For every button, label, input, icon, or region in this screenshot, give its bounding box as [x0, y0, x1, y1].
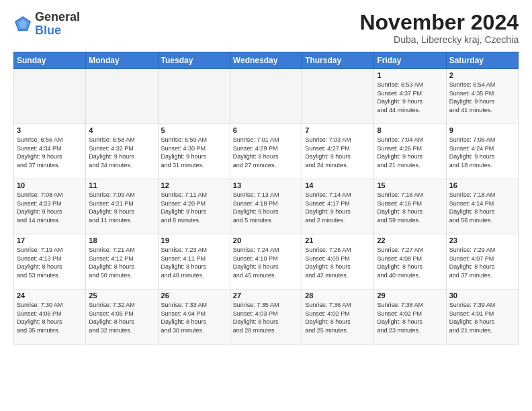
logo-blue-text: Blue: [35, 24, 61, 37]
calendar-header-sunday: Sunday: [14, 52, 86, 69]
day-info: Sunrise: 7:16 AM Sunset: 4:16 PM Dayligh…: [377, 191, 443, 224]
day-info: Sunrise: 7:32 AM Sunset: 4:05 PM Dayligh…: [89, 301, 154, 334]
calendar-cell: 10Sunrise: 7:08 AM Sunset: 4:23 PM Dayli…: [14, 179, 86, 234]
day-number: 15: [377, 181, 443, 189]
calendar-cell: 4Sunrise: 6:58 AM Sunset: 4:32 PM Daylig…: [86, 124, 158, 179]
day-info: Sunrise: 7:14 AM Sunset: 4:17 PM Dayligh…: [305, 191, 371, 224]
calendar-cell: 3Sunrise: 6:56 AM Sunset: 4:34 PM Daylig…: [14, 124, 86, 179]
calendar-header-saturday: Saturday: [446, 52, 518, 69]
day-info: Sunrise: 7:09 AM Sunset: 4:21 PM Dayligh…: [89, 191, 154, 224]
day-number: 22: [377, 236, 443, 244]
day-number: 27: [233, 291, 299, 300]
calendar-cell: 26Sunrise: 7:33 AM Sunset: 4:04 PM Dayli…: [158, 289, 230, 345]
logo-icon: [13, 15, 32, 34]
day-info: Sunrise: 6:58 AM Sunset: 4:32 PM Dayligh…: [89, 136, 154, 169]
day-info: Sunrise: 7:11 AM Sunset: 4:20 PM Dayligh…: [161, 191, 227, 224]
calendar-cell: 1Sunrise: 6:53 AM Sunset: 4:37 PM Daylig…: [374, 69, 446, 124]
day-number: 10: [17, 181, 83, 189]
calendar-header-friday: Friday: [374, 52, 446, 69]
calendar-cell: 22Sunrise: 7:27 AM Sunset: 4:08 PM Dayli…: [374, 234, 446, 289]
day-number: 30: [449, 291, 515, 300]
calendar-header-tuesday: Tuesday: [158, 52, 230, 69]
day-info: Sunrise: 7:18 AM Sunset: 4:14 PM Dayligh…: [449, 191, 515, 224]
day-number: 17: [17, 236, 83, 244]
calendar-cell: 15Sunrise: 7:16 AM Sunset: 4:16 PM Dayli…: [374, 179, 446, 234]
header: General Blue November 2024 Duba, Liberec…: [13, 11, 519, 45]
calendar-week-2: 3Sunrise: 6:56 AM Sunset: 4:34 PM Daylig…: [14, 124, 519, 179]
day-info: Sunrise: 7:08 AM Sunset: 4:23 PM Dayligh…: [17, 191, 83, 224]
day-number: 19: [161, 236, 227, 244]
logo-general-text: General: [35, 10, 80, 24]
day-number: 11: [89, 181, 154, 189]
calendar-cell: 12Sunrise: 7:11 AM Sunset: 4:20 PM Dayli…: [158, 179, 230, 234]
day-info: Sunrise: 7:35 AM Sunset: 4:03 PM Dayligh…: [233, 301, 299, 334]
day-number: 9: [449, 126, 515, 134]
calendar-cell: [158, 69, 230, 124]
calendar-cell: 24Sunrise: 7:30 AM Sunset: 4:06 PM Dayli…: [14, 289, 86, 345]
day-info: Sunrise: 7:03 AM Sunset: 4:27 PM Dayligh…: [305, 136, 371, 169]
day-info: Sunrise: 7:38 AM Sunset: 4:02 PM Dayligh…: [377, 301, 443, 334]
day-number: 4: [89, 126, 154, 134]
calendar-week-4: 17Sunrise: 7:19 AM Sunset: 4:13 PM Dayli…: [14, 234, 519, 289]
day-info: Sunrise: 7:04 AM Sunset: 4:26 PM Dayligh…: [377, 136, 443, 169]
day-number: 25: [89, 291, 154, 300]
calendar-cell: 14Sunrise: 7:14 AM Sunset: 4:17 PM Dayli…: [302, 179, 374, 234]
calendar-cell: 9Sunrise: 7:06 AM Sunset: 4:24 PM Daylig…: [446, 124, 518, 179]
day-info: Sunrise: 7:24 AM Sunset: 4:10 PM Dayligh…: [233, 246, 299, 279]
calendar-cell: 16Sunrise: 7:18 AM Sunset: 4:14 PM Dayli…: [446, 179, 518, 234]
location: Duba, Liberecky kraj, Czechia: [359, 34, 519, 45]
day-number: 2: [449, 71, 515, 79]
calendar-cell: 25Sunrise: 7:32 AM Sunset: 4:05 PM Dayli…: [86, 289, 158, 345]
calendar-cell: 7Sunrise: 7:03 AM Sunset: 4:27 PM Daylig…: [302, 124, 374, 179]
calendar-cell: 27Sunrise: 7:35 AM Sunset: 4:03 PM Dayli…: [230, 289, 302, 345]
calendar-cell: [86, 69, 158, 124]
day-number: 3: [17, 126, 83, 134]
calendar-cell: [230, 69, 302, 124]
day-number: 28: [305, 291, 371, 300]
calendar-cell: 6Sunrise: 7:01 AM Sunset: 4:29 PM Daylig…: [230, 124, 302, 179]
day-info: Sunrise: 7:06 AM Sunset: 4:24 PM Dayligh…: [449, 136, 515, 169]
day-number: 7: [305, 126, 371, 134]
day-info: Sunrise: 7:26 AM Sunset: 4:09 PM Dayligh…: [305, 246, 371, 279]
day-number: 13: [233, 181, 299, 189]
calendar-cell: 20Sunrise: 7:24 AM Sunset: 4:10 PM Dayli…: [230, 234, 302, 289]
day-info: Sunrise: 6:56 AM Sunset: 4:34 PM Dayligh…: [17, 136, 83, 169]
day-info: Sunrise: 7:30 AM Sunset: 4:06 PM Dayligh…: [17, 301, 83, 334]
day-number: 23: [449, 236, 515, 244]
calendar-cell: 29Sunrise: 7:38 AM Sunset: 4:02 PM Dayli…: [374, 289, 446, 345]
day-number: 21: [305, 236, 371, 244]
day-info: Sunrise: 6:59 AM Sunset: 4:30 PM Dayligh…: [161, 136, 227, 169]
day-info: Sunrise: 7:33 AM Sunset: 4:04 PM Dayligh…: [161, 301, 227, 334]
day-info: Sunrise: 7:13 AM Sunset: 4:18 PM Dayligh…: [233, 191, 299, 224]
calendar-cell: 28Sunrise: 7:36 AM Sunset: 4:02 PM Dayli…: [302, 289, 374, 345]
day-number: 24: [17, 291, 83, 300]
day-number: 26: [161, 291, 227, 300]
page: General Blue November 2024 Duba, Liberec…: [0, 0, 532, 411]
calendar-header-monday: Monday: [86, 52, 158, 69]
calendar-cell: 18Sunrise: 7:21 AM Sunset: 4:12 PM Dayli…: [86, 234, 158, 289]
day-info: Sunrise: 7:29 AM Sunset: 4:07 PM Dayligh…: [449, 246, 515, 279]
calendar-cell: 2Sunrise: 6:54 AM Sunset: 4:35 PM Daylig…: [446, 69, 518, 124]
day-info: Sunrise: 7:23 AM Sunset: 4:11 PM Dayligh…: [161, 246, 227, 279]
day-info: Sunrise: 6:53 AM Sunset: 4:37 PM Dayligh…: [377, 81, 443, 114]
day-info: Sunrise: 7:01 AM Sunset: 4:29 PM Dayligh…: [233, 136, 299, 169]
day-number: 6: [233, 126, 299, 134]
calendar-cell: [14, 69, 86, 124]
calendar-cell: 11Sunrise: 7:09 AM Sunset: 4:21 PM Dayli…: [86, 179, 158, 234]
day-info: Sunrise: 7:27 AM Sunset: 4:08 PM Dayligh…: [377, 246, 443, 279]
day-number: 1: [377, 71, 443, 79]
title-area: November 2024 Duba, Liberecky kraj, Czec…: [359, 11, 519, 45]
calendar-cell: 21Sunrise: 7:26 AM Sunset: 4:09 PM Dayli…: [302, 234, 374, 289]
day-info: Sunrise: 7:19 AM Sunset: 4:13 PM Dayligh…: [17, 246, 83, 279]
day-info: Sunrise: 7:36 AM Sunset: 4:02 PM Dayligh…: [305, 301, 371, 334]
day-info: Sunrise: 7:39 AM Sunset: 4:01 PM Dayligh…: [449, 301, 515, 334]
calendar-header-row: SundayMondayTuesdayWednesdayThursdayFrid…: [14, 52, 519, 69]
day-number: 8: [377, 126, 443, 134]
logo-text: General Blue: [35, 11, 80, 38]
day-number: 18: [89, 236, 154, 244]
calendar-week-5: 24Sunrise: 7:30 AM Sunset: 4:06 PM Dayli…: [14, 289, 519, 345]
day-number: 20: [233, 236, 299, 244]
calendar-header-thursday: Thursday: [302, 52, 374, 69]
calendar-cell: 23Sunrise: 7:29 AM Sunset: 4:07 PM Dayli…: [446, 234, 518, 289]
day-number: 14: [305, 181, 371, 189]
